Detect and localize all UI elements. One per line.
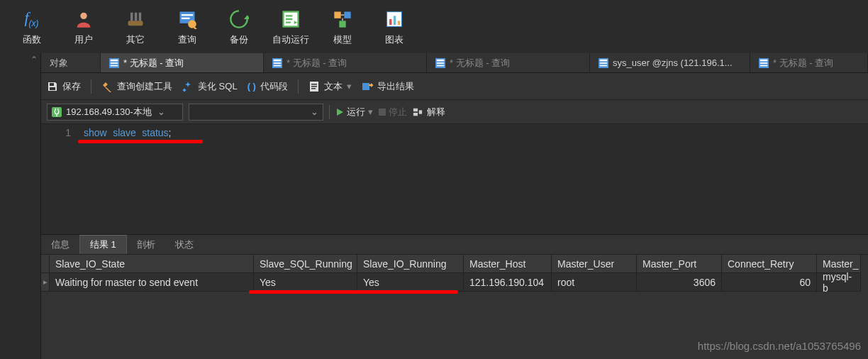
tab-label: 对象: [50, 57, 68, 70]
separator: [298, 79, 299, 94]
connection-dropdown[interactable]: 192.168.49.130-本地 ⌄: [47, 104, 183, 121]
action-label: 导出结果: [377, 80, 414, 93]
tab-sysuser[interactable]: sys_user @zjns (121.196.1...: [590, 53, 750, 72]
svg-rect-44: [362, 83, 369, 90]
svg-rect-7: [181, 17, 189, 18]
export-button[interactable]: 导出结果: [362, 80, 414, 93]
tab-info[interactable]: 信息: [41, 235, 79, 254]
explain-icon: [413, 107, 423, 117]
table-icon: [759, 58, 769, 68]
tool-other[interactable]: 其它: [109, 2, 161, 52]
tab-query-5[interactable]: * 无标题 - 查询: [750, 53, 868, 72]
svg-rect-15: [389, 19, 392, 25]
svg-rect-11: [334, 11, 340, 18]
svg-point-8: [188, 20, 196, 28]
svg-rect-17: [397, 21, 400, 25]
line-number: 1: [65, 127, 71, 138]
svg-point-0: [80, 12, 87, 18]
database-dropdown[interactable]: ⌄: [189, 104, 323, 121]
tool-model[interactable]: 模型: [316, 2, 368, 52]
col-header[interactable]: Master_Port: [637, 255, 722, 273]
svg-rect-2: [130, 12, 133, 21]
rtab-label: 剖析: [137, 238, 155, 251]
cell[interactable]: 60: [722, 273, 817, 292]
cell[interactable]: mysql-b: [817, 273, 861, 292]
tab-result1[interactable]: 结果 1: [79, 235, 127, 254]
stop-icon: [379, 109, 386, 116]
col-header[interactable]: Slave_SQL_Running: [254, 255, 357, 273]
chevron-down-icon: ▾: [368, 106, 373, 117]
tab-query-2[interactable]: * 无标题 - 查询: [264, 53, 427, 72]
cell[interactable]: Yes: [357, 273, 464, 292]
col-header[interactable]: Connect_Retry: [722, 255, 817, 273]
cell[interactable]: 121.196.190.104: [464, 273, 552, 292]
svg-rect-12: [344, 11, 350, 18]
tool-function[interactable]: f(x) 函数: [6, 2, 57, 52]
action-label: 保存: [62, 80, 81, 93]
tool-label: 备份: [230, 33, 248, 46]
collapse-icon[interactable]: ⌃: [30, 55, 38, 65]
autorun-icon: [279, 8, 302, 31]
play-icon: [335, 108, 344, 116]
explain-label: 解释: [427, 106, 445, 118]
tools-icon: [124, 8, 147, 31]
fx-icon: f(x): [21, 8, 43, 31]
svg-rect-36: [760, 62, 768, 64]
save-button[interactable]: 保存: [47, 80, 81, 93]
svg-rect-23: [274, 59, 282, 61]
snippet-button[interactable]: ( ) 代码段: [247, 80, 288, 93]
run-button[interactable]: 运行 ▾: [335, 106, 373, 118]
col-header[interactable]: Master_User: [552, 255, 637, 273]
query-icon: [176, 8, 199, 31]
beautify-button[interactable]: 美化 SQL: [182, 80, 238, 93]
code-area[interactable]: show slave status;: [78, 124, 172, 234]
cell[interactable]: root: [552, 273, 637, 292]
tool-chart[interactable]: 图表: [368, 2, 420, 52]
tab-objects[interactable]: 对象: [41, 53, 101, 72]
col-header[interactable]: Slave_IO_Running: [357, 255, 464, 273]
query-builder-button[interactable]: 查询创建工具: [101, 80, 172, 93]
main-toolbar: f(x) 函数 用户 其它 查询 备份 自动运行 模型 图表: [0, 0, 868, 53]
tab-query-3[interactable]: * 无标题 - 查询: [427, 53, 590, 72]
user-icon: [72, 8, 95, 31]
tab-query-1[interactable]: * 无标题 - 查询: [101, 53, 264, 72]
action-label: 美化 SQL: [198, 80, 238, 93]
action-label: 文本: [324, 80, 343, 93]
svg-rect-35: [760, 59, 768, 61]
tool-autorun[interactable]: 自动运行: [265, 2, 316, 52]
model-icon: [331, 8, 354, 31]
tool-label: 自动运行: [272, 33, 309, 46]
explain-button[interactable]: 解释: [413, 106, 445, 118]
tool-label: 模型: [333, 33, 352, 46]
svg-rect-47: [413, 108, 418, 111]
col-header[interactable]: Master_Host: [464, 255, 552, 273]
tool-user[interactable]: 用户: [57, 2, 109, 52]
chevron-down-icon: ▾: [347, 81, 352, 92]
sql-editor[interactable]: 1 show slave status;: [41, 124, 868, 234]
header-handle: [41, 255, 50, 273]
svg-rect-32: [600, 62, 608, 64]
cell[interactable]: 3606: [637, 273, 722, 292]
col-header[interactable]: Slave_IO_State: [50, 255, 254, 273]
svg-rect-41: [311, 84, 317, 85]
action-bar: 保存 查询创建工具 美化 SQL ( ) 代码段 文本 ▾: [41, 73, 868, 100]
cell[interactable]: Yes: [254, 273, 357, 292]
tool-label: 查询: [178, 33, 196, 46]
table-icon: [109, 58, 119, 68]
brackets-icon: ( ): [247, 81, 256, 92]
svg-rect-48: [413, 112, 418, 115]
cell[interactable]: Waiting for master to send event: [50, 273, 254, 292]
tool-backup[interactable]: 备份: [213, 2, 265, 52]
tab-status[interactable]: 状态: [165, 235, 204, 254]
table-icon: [272, 58, 282, 68]
annotation-underline: [78, 140, 203, 143]
watermark: https://blog.csdn.net/a1053765496: [698, 340, 861, 352]
svg-rect-31: [600, 59, 608, 61]
svg-rect-16: [393, 16, 396, 25]
text-button[interactable]: 文本 ▾: [308, 80, 352, 93]
document-icon: [308, 81, 320, 92]
svg-rect-21: [111, 65, 118, 66]
chart-icon: [383, 8, 406, 31]
tool-query[interactable]: 查询: [161, 2, 213, 52]
tab-profile[interactable]: 剖析: [127, 235, 165, 254]
